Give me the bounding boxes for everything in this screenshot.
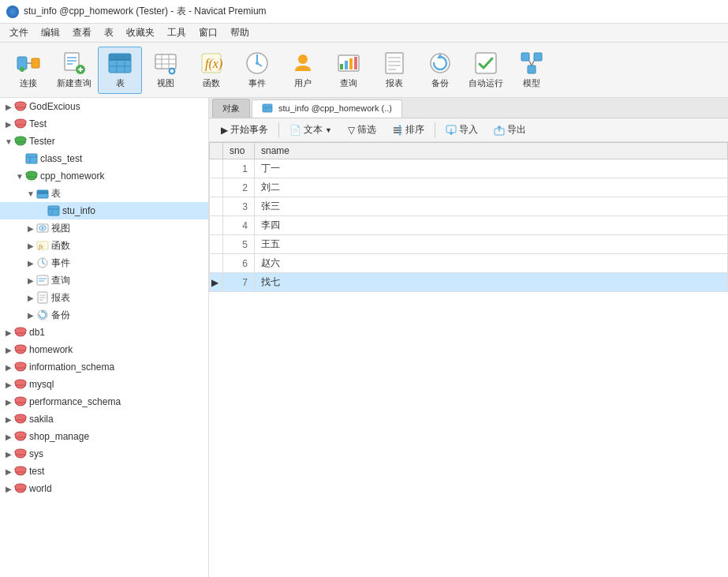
sidebar-label-db1: db1 [29,327,45,338]
menu-help[interactable]: 帮助 [224,24,256,41]
expand-arrow-sys[interactable]: ▶ [3,448,14,459]
expand-arrow-tables[interactable]: ▼ [25,188,36,199]
cell-sno[interactable]: 5 [223,235,255,254]
sidebar-item-information-schema[interactable]: ▶ information_schema [0,358,208,376]
sidebar-item-homework[interactable]: ▶ homework [0,341,208,358]
cell-sname[interactable]: 赵六 [255,254,728,273]
sidebar-item-mysql[interactable]: ▶ mysql [0,376,208,393]
sidebar-item-cpp-homework[interactable]: ▼ cpp_homework [0,167,208,185]
cell-sname[interactable]: 张三 [255,197,728,216]
sidebar-item-tester[interactable]: ▼ Tester [0,133,208,150]
sidebar-item-queries[interactable]: ▶ 查询 [0,272,208,289]
sidebar-item-views[interactable]: ▶ 视图 [0,219,208,237]
sidebar-item-functions[interactable]: ▶ fx 函数 [0,237,208,254]
sidebar-item-sys[interactable]: ▶ sys [0,445,208,463]
sidebar-item-godexcious[interactable]: ▶ GodExcious [0,98,208,115]
cell-sno[interactable]: 2 [223,178,255,197]
menu-tools[interactable]: 工具 [161,24,192,41]
cell-sno[interactable]: 4 [223,216,255,235]
toolbar-backup-btn[interactable]: 备份 [418,47,462,94]
expand-arrow-events[interactable]: ▶ [25,257,36,268]
cell-sno[interactable]: 6 [223,254,255,273]
expand-arrow-mysql[interactable]: ▶ [3,379,14,390]
toolbar-table-btn[interactable]: 表 [98,47,142,94]
expand-arrow-cpp-homework[interactable]: ▼ [14,170,25,182]
import-btn[interactable]: 导入 [439,120,485,140]
sidebar-item-test[interactable]: ▶ Test [0,115,208,133]
table-row[interactable]: 3张三 [210,197,728,216]
cell-sno[interactable]: 3 [223,197,255,216]
sidebar-item-class-test[interactable]: ▶ class_test [0,150,208,167]
expand-arrow-godexcious[interactable]: ▶ [3,101,14,112]
expand-arrow-views[interactable]: ▶ [25,223,36,234]
toolbar-query-btn[interactable]: 查询 [327,47,371,94]
menu-window[interactable]: 窗口 [192,24,224,41]
table-row[interactable]: 1丁一 [210,159,728,178]
toolbar-report-btn[interactable]: 报表 [372,47,416,94]
sidebar-item-tables-group[interactable]: ▼ 表 [0,185,208,202]
expand-arrow-homework[interactable]: ▶ [3,344,14,355]
cell-sno[interactable]: 7 [223,273,255,292]
toolbar-new-query-btn[interactable]: 新建查询 [52,47,96,94]
sidebar-label-class-test: class_test [40,153,82,164]
cell-sno[interactable]: 1 [223,159,255,178]
cell-sname[interactable]: 王五 [255,235,728,254]
toolbar-connect-btn[interactable]: 连接 [6,47,50,94]
expand-arrow-world[interactable]: ▶ [3,483,14,494]
toolbar-autorun-btn[interactable]: 自动运行 [464,47,508,94]
table-row[interactable]: 6赵六 [210,254,728,273]
text-btn[interactable]: 📄 文本 ▼ [282,120,339,140]
expand-arrow-reports[interactable]: ▶ [25,292,36,303]
sidebar-item-world[interactable]: ▶ world [0,480,208,497]
toolbar-user-btn[interactable]: 用户 [281,47,325,94]
report-label: 报表 [386,77,403,89]
table-row[interactable]: 2刘二 [210,178,728,197]
expand-arrow-shop-manage[interactable]: ▶ [3,431,14,442]
menu-table[interactable]: 表 [98,24,120,41]
toolbar-view-btn[interactable]: 视图 [144,47,188,94]
export-btn[interactable]: 导出 [487,120,533,140]
cell-sname[interactable]: 李四 [255,216,728,235]
toolbar-function-btn[interactable]: f(x) 函数 [189,47,233,94]
db-icon-sys [14,448,27,460]
table-row[interactable]: 5王五 [210,235,728,254]
begin-transaction-btn[interactable]: ▶ 开始事务 [214,120,275,140]
expand-arrow-db1[interactable]: ▶ [3,327,14,338]
sidebar-item-backups[interactable]: ▶ 备份 [0,306,208,324]
th-sname[interactable]: sname [255,143,728,159]
menu-view[interactable]: 查看 [66,24,98,41]
filter-btn[interactable]: ▽ 筛选 [341,120,383,140]
table-row[interactable]: 4李四 [210,216,728,235]
cell-sname[interactable]: 丁一 [255,159,728,178]
expand-arrow-backups[interactable]: ▶ [25,309,36,320]
sidebar-item-test-db[interactable]: ▶ test [0,463,208,480]
expand-arrow-functions[interactable]: ▶ [25,240,36,251]
sort-btn[interactable]: 排序 [385,120,431,140]
expand-arrow-test[interactable]: ▶ [3,118,14,129]
menu-favorites[interactable]: 收藏夹 [120,24,161,41]
table-row[interactable]: ▶7找七 [210,273,728,292]
expand-arrow-sakila[interactable]: ▶ [3,414,14,425]
menu-edit[interactable]: 编辑 [35,24,66,41]
expand-arrow-queries[interactable]: ▶ [25,275,36,286]
sidebar-item-stu-info[interactable]: ▶ stu_info [0,202,208,219]
tab-objects[interactable]: 对象 [212,99,250,118]
tab-stu-info[interactable]: stu_info @cpp_homework (..) [252,99,402,118]
cell-sname[interactable]: 找七 [255,273,728,292]
sidebar-item-db1[interactable]: ▶ db1 [0,324,208,341]
expand-arrow-tester[interactable]: ▼ [3,136,14,147]
sidebar-label-information-schema: information_schema [29,362,114,373]
sidebar-item-sakila[interactable]: ▶ sakila [0,410,208,428]
sidebar-item-performance-schema[interactable]: ▶ performance_schema [0,393,208,410]
toolbar-model-btn[interactable]: 模型 [510,47,554,94]
toolbar-event-btn[interactable]: 事件 [235,47,279,94]
menu-file[interactable]: 文件 [3,24,35,41]
sidebar-item-events[interactable]: ▶ 事件 [0,254,208,272]
expand-arrow-information-schema[interactable]: ▶ [3,362,14,373]
expand-arrow-performance-schema[interactable]: ▶ [3,396,14,407]
sidebar-item-shop-manage[interactable]: ▶ shop_manage [0,428,208,445]
cell-sname[interactable]: 刘二 [255,178,728,197]
th-sno[interactable]: sno [223,143,255,159]
expand-arrow-test-db[interactable]: ▶ [3,466,14,477]
sidebar-item-reports[interactable]: ▶ 报表 [0,289,208,306]
